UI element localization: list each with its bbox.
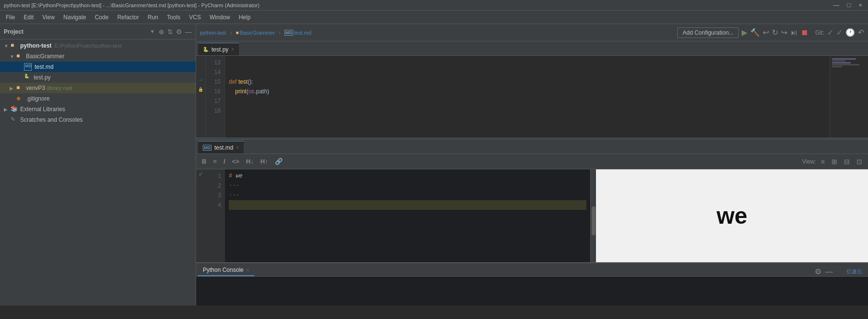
close-window-icon[interactable]: × — [856, 1, 864, 9]
python-console-content[interactable] — [196, 277, 868, 306]
md-scroll-thumb[interactable] — [592, 206, 595, 235]
menu-tools[interactable]: Tools — [163, 13, 184, 22]
menu-edit[interactable]: Edit — [20, 13, 37, 22]
run-pause-icon[interactable]: ⏯ — [790, 28, 798, 37]
run-build-icon[interactable]: 🔨 — [750, 28, 760, 37]
sidebar-item-gitignore[interactable]: ◈ .gitignore — [0, 93, 196, 104]
code-editor-section: 🐍 test.py × ─ 🔒 13 — [196, 41, 868, 138]
sidebar-item-test-py[interactable]: 🐍 test.py — [0, 72, 196, 83]
sidebar-item-python-test[interactable]: ▼ ■ python-test E:\PythonProject\python-… — [0, 40, 196, 51]
sidebar-item-external-libraries[interactable]: ▶ 📚 External Libraries — [0, 104, 196, 115]
close-tab-test-md[interactable]: × — [236, 145, 239, 150]
menu-window[interactable]: Window — [206, 13, 234, 22]
tree-path-python-test: E:\PythonProject\python-test — [54, 43, 121, 49]
menu-file[interactable]: File — [2, 13, 19, 22]
main-layout: Project ▼ ⊕ ⇅ ⚙ — ▼ ■ python-test E:\Pyt… — [0, 24, 868, 306]
view-grid-icon[interactable]: ⊡ — [855, 157, 864, 166]
maximize-window-icon[interactable]: □ — [845, 1, 853, 9]
tree-label-venvp3: venvP3 — [26, 85, 45, 91]
sidebar-layout-icon[interactable]: ⇅ — [167, 28, 173, 36]
md-line-num-4: 4 — [210, 200, 221, 210]
bottom-minimize-icon[interactable]: — — [825, 268, 833, 276]
md-gutter-line-1: ✓ — [196, 169, 206, 179]
git-undo-icon[interactable]: ↶ — [858, 28, 864, 37]
editor-area: python-test › ■ BasicGrammer › MD test.m… — [196, 24, 868, 306]
markdown-preview-content: we — [707, 193, 757, 239]
md-scrollbar[interactable] — [590, 169, 596, 262]
md-italic-button[interactable]: I — [222, 157, 227, 166]
sidebar-dropdown-icon[interactable]: ▼ — [150, 29, 155, 34]
sidebar: Project ▼ ⊕ ⇅ ⚙ — ▼ ■ python-test E:\Pyt… — [0, 24, 196, 306]
sidebar-item-scratches-consoles[interactable]: ✎ Scratches and Consoles — [0, 115, 196, 125]
tab-test-md[interactable]: MD test.md × — [198, 141, 244, 153]
view-text-icon[interactable]: ≡ — [819, 157, 827, 166]
menu-help[interactable]: Help — [235, 13, 255, 22]
code-editor-content: ─ 🔒 13 14 15 16 17 18 — [196, 56, 868, 138]
run-stop-icon[interactable]: ⏹ — [801, 28, 808, 37]
close-tab-test-py[interactable]: × — [231, 47, 234, 52]
menu-vcs[interactable]: VCS — [185, 13, 205, 22]
md-h2-button[interactable]: H↑ — [259, 157, 270, 166]
line-num-13: 13 — [210, 58, 221, 67]
md-link-button[interactable]: 🔗 — [273, 157, 285, 166]
tab-label-test-py: test.py — [211, 46, 228, 53]
bottom-settings-icon[interactable]: ⚙ — [815, 267, 821, 276]
minimap-line — [832, 58, 856, 60]
breadcrumb-test-md[interactable]: MD test.md — [285, 30, 311, 36]
md-line-3: ··· — [229, 191, 586, 200]
tree-label-test-py: test.py — [34, 74, 50, 81]
menu-navigate[interactable]: Navigate — [60, 13, 90, 22]
add-configuration-button[interactable]: Add Configuration... — [677, 27, 739, 38]
markdown-source-editor[interactable]: ✓ 1 2 3 4 # we — [196, 169, 590, 262]
git-check2-icon[interactable]: ✓ — [836, 28, 843, 37]
run-toolbar: python-test › ■ BasicGrammer › MD test.m… — [196, 24, 868, 41]
py-file-icon: 🐍 — [24, 74, 32, 81]
sidebar-item-test-md[interactable]: MD test.md — [0, 62, 196, 72]
sidebar-header-icons: ⊕ ⇅ ⚙ — — [159, 28, 192, 36]
sidebar-minimize-icon[interactable]: — — [185, 28, 192, 36]
git-check-icon[interactable]: ✓ — [827, 28, 833, 37]
md-code-button[interactable]: <> — [230, 157, 241, 166]
bottom-panel-controls: ⚙ — 亿速云 — [811, 267, 866, 276]
code-content[interactable]: def test(): print(os.path) — [225, 56, 830, 138]
top-tab-bar: 🐍 test.py × — [196, 41, 868, 56]
run-rerun-icon[interactable]: ↩ — [763, 28, 769, 37]
md-h1-button[interactable]: H↓ — [244, 157, 256, 166]
md-list-button[interactable]: ≡ — [211, 157, 219, 166]
view-preview-icon[interactable]: ⊟ — [842, 157, 852, 166]
code-line-17 — [229, 96, 826, 106]
sidebar-settings-icon[interactable]: ⚙ — [176, 28, 182, 36]
sidebar-item-basicgrammer[interactable]: ▼ ■ BasicGrammer — [0, 51, 196, 62]
menu-run[interactable]: Run — [144, 13, 162, 22]
code-line-13 — [229, 58, 826, 67]
sidebar-scope-icon[interactable]: ⊕ — [159, 28, 164, 36]
code-line-18 — [229, 106, 826, 115]
git-history-icon[interactable]: 🕐 — [845, 28, 855, 37]
run-reload-icon[interactable]: ↻ — [772, 28, 778, 37]
run-play-icon[interactable]: ▶ — [742, 28, 747, 37]
tab-python-console[interactable]: Python Console × — [198, 265, 254, 276]
run-resume-icon[interactable]: ↪ — [781, 28, 787, 37]
run-controls: Add Configuration... ▶ 🔨 ↩ ↻ ↪ ⏯ ⏹ Git: … — [677, 27, 864, 38]
git-label: Git: — [815, 29, 824, 36]
window-controls[interactable]: — □ × — [831, 1, 864, 9]
sidebar-item-venvp3[interactable]: ▶ ■ venvP3 library root — [0, 83, 196, 93]
code-line-15: def test(): — [229, 77, 826, 87]
menu-code[interactable]: Code — [91, 13, 112, 22]
md-line-num-3: 3 — [210, 191, 221, 200]
menu-view[interactable]: View — [38, 13, 59, 22]
gutter-line-15: ─ — [196, 75, 205, 85]
tree-label-scratches-consoles: Scratches and Consoles — [20, 116, 83, 123]
folder-icon: ■ — [11, 42, 18, 50]
breadcrumb-basicgrammer[interactable]: ■ BasicGrammer — [236, 30, 274, 36]
view-split-icon[interactable]: ⊞ — [830, 157, 839, 166]
tab-test-py[interactable]: 🐍 test.py × — [198, 43, 239, 55]
md-source-code[interactable]: # we ··· ··· — [225, 169, 590, 262]
bottom-tab-bar: Python Console × ⚙ — 亿速云 — [196, 263, 868, 277]
close-python-console-icon[interactable]: × — [247, 268, 249, 273]
minimize-window-icon[interactable]: — — [831, 1, 842, 9]
menu-refactor[interactable]: Refactor — [113, 13, 143, 22]
md-tab-icon: MD — [203, 145, 211, 151]
breadcrumb-python-test[interactable]: python-test — [200, 30, 226, 36]
md-bold-button[interactable]: B — [200, 157, 208, 166]
